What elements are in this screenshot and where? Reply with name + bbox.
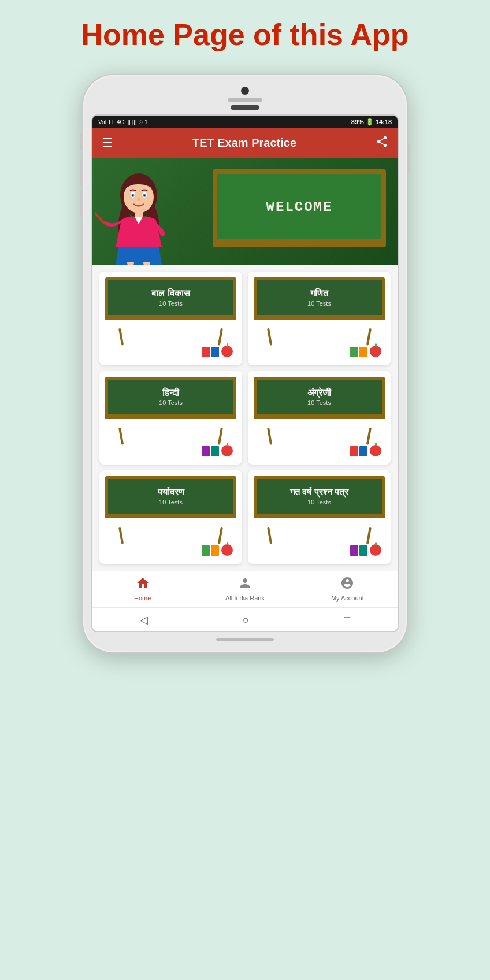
book-2 — [211, 446, 219, 456]
easel-container: गत वर्ष प्रश्न पत्र 10 Tests — [254, 476, 385, 544]
subject-card-3[interactable]: अंग्रेजी 10 Tests — [248, 371, 391, 465]
easel-legs — [267, 527, 372, 544]
easel-container: हिन्दी 10 Tests — [105, 377, 236, 445]
easel-leg-right — [366, 527, 372, 544]
board-decoration — [105, 445, 236, 459]
subject-card-4[interactable]: पर्यावरण 10 Tests — [99, 470, 242, 564]
nav-item-0[interactable]: Home — [125, 576, 160, 602]
easel-legs — [118, 527, 224, 544]
board-ledge — [254, 414, 385, 419]
nav-label-1: All India Rank — [225, 595, 265, 602]
books — [350, 545, 368, 556]
subject-tests: 10 Tests — [159, 499, 183, 506]
subject-tests: 10 Tests — [307, 399, 331, 406]
volume-up-button — [80, 159, 83, 185]
easel-legs — [118, 328, 224, 346]
earpiece — [231, 105, 259, 110]
subject-blackboard: बाल विकास 10 Tests — [105, 277, 236, 318]
welcome-text: WELCOME — [266, 199, 333, 215]
apple-decoration — [370, 544, 381, 556]
board-decoration — [254, 346, 385, 359]
apple-decoration — [221, 544, 233, 556]
easel-leg-right — [366, 428, 372, 445]
recents-button[interactable]: □ — [344, 614, 350, 626]
subject-grid: बाल विकास 10 Tests गणित — [92, 265, 398, 571]
apple-decoration — [370, 346, 381, 357]
nav-label-0: Home — [134, 595, 151, 602]
board-decoration — [254, 544, 385, 558]
subject-name: अंग्रेजी — [307, 388, 331, 398]
subject-blackboard: अंग्रेजी 10 Tests — [254, 377, 385, 417]
easel-leg-left — [118, 527, 124, 544]
easel-container: गणित 10 Tests — [254, 277, 385, 346]
home-button[interactable]: ○ — [243, 614, 249, 626]
board-ledge — [254, 514, 385, 518]
back-button[interactable]: ◁ — [140, 614, 148, 626]
easel-container: अंग्रेजी 10 Tests — [254, 377, 385, 445]
svg-rect-11 — [127, 262, 134, 265]
apple-decoration — [370, 445, 381, 456]
easel-leg-right — [366, 328, 372, 346]
teacher-illustration — [92, 161, 185, 265]
subject-card-0[interactable]: बाल विकास 10 Tests — [99, 272, 242, 365]
phone-screen: VoLTE 4G ||| ||| ⊙ 1 89% 🔋 14:18 ☰ TET E… — [91, 114, 399, 632]
bottom-nav: Home All India Rank My Account — [92, 571, 398, 607]
board-ledge — [105, 315, 236, 320]
easel-legs — [267, 428, 372, 445]
svg-point-8 — [132, 195, 133, 196]
easel-leg-left — [267, 428, 272, 445]
mute-button — [80, 133, 83, 150]
subject-tests: 10 Tests — [159, 399, 183, 406]
subject-blackboard: गत वर्ष प्रश्न पत्र 10 Tests — [254, 476, 385, 517]
subject-blackboard: हिन्दी 10 Tests — [105, 377, 236, 417]
apple-decoration — [221, 346, 233, 357]
status-right: 89% 🔋 14:18 — [351, 118, 392, 126]
books — [202, 545, 219, 556]
book-2 — [359, 347, 368, 357]
hamburger-menu-icon[interactable]: ☰ — [102, 136, 113, 151]
page-heading: Home Page of this App — [0, 12, 490, 58]
easel-leg-left — [267, 527, 272, 544]
phone-frame: VoLTE 4G ||| ||| ⊙ 1 89% 🔋 14:18 ☰ TET E… — [83, 75, 407, 652]
subject-card-1[interactable]: गणित 10 Tests — [248, 272, 391, 365]
subject-blackboard: पर्यावरण 10 Tests — [105, 476, 236, 517]
easel-legs — [267, 328, 372, 346]
board-decoration — [254, 445, 385, 459]
app-toolbar: ☰ TET Exam Practice — [92, 128, 398, 158]
svg-point-10 — [138, 198, 140, 201]
easel-leg-left — [267, 328, 272, 346]
nav-icon-2 — [340, 576, 354, 593]
phone-top — [91, 87, 399, 110]
book-1 — [350, 446, 358, 456]
subject-blackboard: गणित 10 Tests — [254, 277, 385, 318]
book-1 — [350, 347, 358, 357]
books — [202, 347, 219, 357]
book-1 — [202, 446, 210, 456]
welcome-chalkboard: WELCOME — [213, 169, 386, 244]
board-decoration — [105, 544, 236, 558]
board-ledge — [105, 514, 236, 518]
book-1 — [202, 347, 210, 357]
easel-legs — [118, 428, 224, 445]
speaker-grill — [228, 98, 262, 102]
share-icon[interactable] — [376, 135, 388, 151]
board-ledge — [254, 315, 385, 320]
easel-container: बाल विकास 10 Tests — [105, 277, 236, 346]
subject-card-5[interactable]: गत वर्ष प्रश्न पत्र 10 Tests — [248, 470, 391, 564]
books — [350, 446, 368, 456]
nav-item-2[interactable]: My Account — [330, 576, 365, 602]
chalkboard-ledge — [213, 239, 386, 247]
book-1 — [202, 545, 210, 556]
nav-item-1[interactable]: All India Rank — [225, 576, 265, 602]
power-button — [407, 144, 410, 173]
subject-card-2[interactable]: हिन्दी 10 Tests — [99, 371, 242, 465]
easel-leg-right — [218, 527, 223, 544]
book-2 — [359, 545, 368, 556]
board-decoration — [105, 346, 236, 359]
subject-name: गत वर्ष प्रश्न पत्र — [290, 487, 348, 498]
easel-leg-left — [118, 328, 124, 346]
front-camera — [241, 87, 249, 95]
subject-name: गणित — [310, 288, 328, 299]
subject-name: बाल विकास — [151, 288, 190, 299]
apple-decoration — [221, 445, 233, 456]
